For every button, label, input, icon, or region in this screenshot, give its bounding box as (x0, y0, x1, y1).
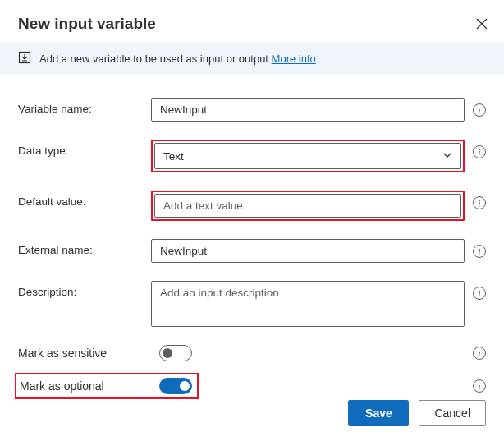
dialog-header: New input variable (0, 0, 504, 43)
row-default-value: Default value: i (18, 191, 486, 221)
chevron-down-icon (442, 150, 452, 163)
row-description: Description: i (18, 281, 486, 327)
more-info-link[interactable]: More info (272, 53, 316, 65)
row-mark-sensitive: Mark as sensitive i (18, 345, 486, 361)
mark-optional-toggle[interactable] (159, 378, 192, 394)
row-mark-optional: Mark as optional i (18, 373, 486, 399)
download-variable-icon (18, 51, 31, 67)
banner-text: Add a new variable to be used as input o… (39, 53, 316, 65)
cancel-button[interactable]: Cancel (419, 400, 486, 426)
info-icon[interactable]: i (473, 145, 486, 158)
info-icon[interactable]: i (473, 196, 486, 209)
external-name-input[interactable] (151, 239, 465, 263)
description-label: Description: (18, 281, 151, 298)
mark-sensitive-toggle[interactable] (159, 345, 192, 361)
form: Variable name: i Data type: Text i Defau… (0, 75, 504, 407)
variable-name-input[interactable] (151, 98, 465, 122)
info-icon[interactable]: i (473, 347, 486, 360)
variable-name-label: Variable name: (18, 98, 151, 115)
data-type-highlight: Text (151, 140, 465, 172)
info-icon[interactable]: i (473, 287, 486, 300)
mark-optional-highlight: Mark as optional (15, 373, 199, 399)
info-icon[interactable]: i (473, 379, 486, 393)
save-button[interactable]: Save (348, 400, 409, 426)
default-value-label: Default value: (18, 191, 151, 208)
data-type-value: Text (163, 150, 184, 163)
data-type-label: Data type: (18, 140, 151, 157)
mark-sensitive-label: Mark as sensitive (18, 347, 107, 360)
dialog-footer: Save Cancel (348, 400, 486, 426)
external-name-label: External name: (18, 239, 151, 256)
row-data-type: Data type: Text i (18, 140, 486, 172)
description-input[interactable] (151, 281, 465, 327)
info-icon[interactable]: i (473, 103, 486, 117)
dialog-title: New input variable (18, 15, 156, 33)
default-value-highlight (151, 191, 465, 221)
info-banner: Add a new variable to be used as input o… (0, 43, 504, 75)
row-variable-name: Variable name: i (18, 98, 486, 122)
data-type-select[interactable]: Text (154, 143, 461, 169)
mark-optional-label: Mark as optional (20, 379, 143, 393)
row-external-name: External name: i (18, 239, 486, 263)
info-icon[interactable]: i (473, 245, 486, 258)
default-value-input[interactable] (154, 194, 461, 218)
close-icon[interactable] (476, 18, 488, 30)
